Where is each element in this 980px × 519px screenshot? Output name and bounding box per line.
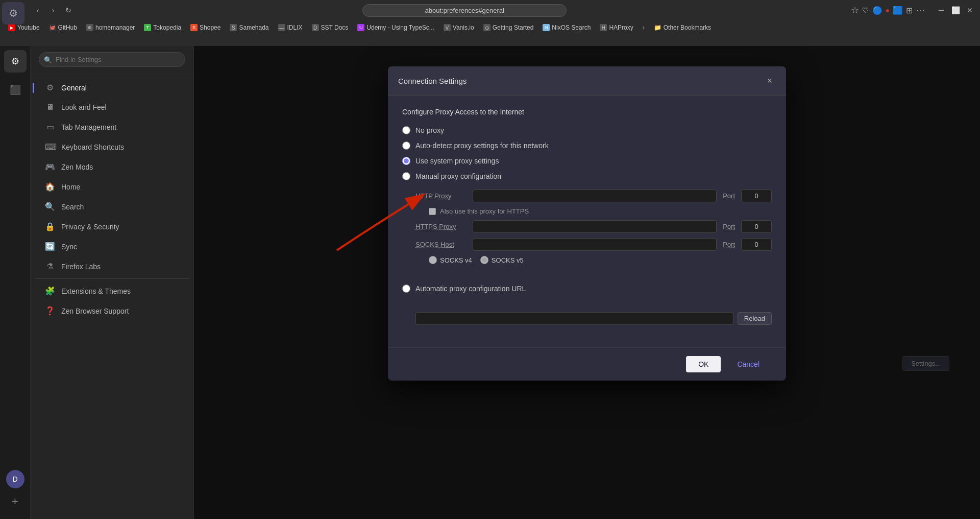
bookmark-udemy[interactable]: U Udemy - Using TypeSc...	[353, 23, 438, 32]
bookmark-more[interactable]: ›	[639, 23, 649, 32]
bookmark-github[interactable]: 🐙 GitHub	[45, 23, 81, 32]
extension-icon-2[interactable]: ●	[886, 6, 890, 14]
bookmark-haproxy[interactable]: H HAProxy	[596, 23, 637, 32]
https-port-input[interactable]	[741, 220, 772, 233]
bookmark-sst[interactable]: D SST Docs	[308, 23, 353, 32]
forward-button[interactable]: ›	[47, 4, 59, 16]
nav-privacy-label: Privacy & Security	[61, 223, 119, 231]
bookmark-tokopedia[interactable]: T Tokopedia	[140, 23, 185, 32]
idlix-favicon: —	[278, 24, 285, 31]
ok-button[interactable]: OK	[686, 356, 721, 372]
radio-auto-proxy[interactable]: Automatic proxy configuration URL	[402, 285, 772, 293]
nav-item-privacy[interactable]: 🔒 Privacy & Security	[35, 217, 189, 237]
socks-port-label: Port	[723, 241, 735, 248]
address-bar-container: about:preferences#general	[81, 4, 849, 17]
https-checkbox-row: Also use this proxy for HTTPS	[429, 207, 772, 215]
bookmark-vanis[interactable]: V Vanis.io	[439, 23, 478, 32]
window-controls: ─ ⬜ ✕	[935, 4, 976, 16]
maximize-button[interactable]: ⬜	[949, 4, 962, 16]
http-proxy-row: HTTP Proxy Port	[415, 190, 772, 202]
bookmark-getting-started[interactable]: ⊙ Getting Started	[479, 23, 538, 32]
bookmark-nixos[interactable]: N NixOS Search	[538, 23, 595, 32]
radio-no-proxy-label: No proxy	[415, 126, 444, 134]
address-bar[interactable]: about:preferences#general	[362, 4, 567, 17]
https-proxy-row: HTTPS Proxy Port	[415, 220, 772, 233]
nav-item-firefox-labs[interactable]: ⚗ Firefox Labs	[35, 256, 189, 276]
bookmark-samehada[interactable]: S Samehada	[226, 23, 273, 32]
radio-no-proxy[interactable]: No proxy	[402, 126, 772, 134]
minimize-button[interactable]: ─	[935, 4, 947, 16]
bookmark-shopee-label: Shopee	[200, 24, 220, 31]
nav-look-feel-label: Look and Feel	[61, 103, 107, 111]
radio-manual-proxy-label: Manual proxy configuration	[415, 172, 501, 180]
bookmark-idlix-label: IDLIX	[287, 24, 303, 31]
bookmark-youtube-label: Youtube	[17, 24, 40, 31]
sidebar-icon-add[interactable]: +	[4, 490, 27, 513]
cancel-button[interactable]: Cancel	[725, 356, 772, 372]
bookmark-github-label: GitHub	[58, 24, 77, 31]
menu-button[interactable]: ⋯	[916, 5, 925, 16]
bookmark-shopee[interactable]: S Shopee	[186, 23, 225, 32]
proxy-radio-group: No proxy Auto-detect proxy settings for …	[402, 126, 772, 325]
radio-auto-proxy-input[interactable]	[402, 285, 410, 293]
nav-item-zen-support[interactable]: ❓ Zen Browser Support	[35, 301, 189, 321]
https-checkbox-input[interactable]	[429, 208, 436, 215]
http-port-input[interactable]	[741, 190, 772, 202]
nav-item-general[interactable]: ⚙ General	[35, 78, 189, 98]
settings-fab-icon[interactable]: ⚙	[2, 2, 24, 25]
bookmark-other[interactable]: 📁 Other Bookmarks	[650, 23, 715, 32]
look-feel-icon: 🖥	[45, 103, 55, 112]
find-in-settings-input[interactable]	[39, 52, 185, 67]
radio-auto-detect[interactable]: Auto-detect proxy settings for this netw…	[402, 141, 772, 150]
nav-item-keyboard[interactable]: ⌨ Keyboard Shortcuts	[35, 137, 189, 157]
sidebar-icon-settings[interactable]: ⚙	[4, 50, 27, 73]
http-proxy-label: HTTP Proxy	[415, 192, 467, 200]
sidebar-icon-layout[interactable]: ⬛	[4, 79, 27, 101]
socks5-label: SOCKS v5	[492, 256, 524, 264]
extension-icon-1[interactable]: 🔵	[872, 6, 883, 15]
bookmark-star-icon[interactable]: ☆	[851, 5, 859, 16]
nav-general-label: General	[61, 84, 87, 92]
https-proxy-input[interactable]	[473, 220, 717, 233]
extensions-icon: 🧩	[45, 286, 55, 296]
sidebar-avatar[interactable]: D	[6, 470, 24, 488]
extension-icon-4[interactable]: ⊞	[906, 6, 913, 15]
socks-port-input[interactable]	[741, 238, 772, 251]
udemy-favicon: U	[357, 24, 364, 31]
bookmark-homemanager[interactable]: ⊕ homemanager	[82, 23, 139, 32]
shield-icon[interactable]: 🛡	[862, 6, 869, 14]
reload-button[interactable]: ↻	[62, 4, 75, 16]
http-proxy-input[interactable]	[473, 190, 717, 202]
socks-host-input[interactable]	[473, 238, 717, 251]
radio-auto-detect-input[interactable]	[402, 141, 410, 150]
nav-item-extensions[interactable]: 🧩 Extensions & Themes	[35, 281, 189, 301]
close-button[interactable]: ✕	[964, 4, 976, 16]
nav-item-sync[interactable]: 🔄 Sync	[35, 237, 189, 256]
socks4-radio[interactable]	[429, 256, 437, 264]
reload-button[interactable]: Reload	[738, 312, 772, 325]
firefox-labs-icon: ⚗	[45, 262, 55, 271]
socks4-label: SOCKS v4	[440, 256, 472, 264]
nav-item-zen-mods[interactable]: 🎮 Zen Mods	[35, 157, 189, 177]
socks4-option[interactable]: SOCKS v4	[429, 256, 472, 264]
nav-item-tab-management[interactable]: ▭ Tab Management	[35, 117, 189, 137]
radio-system-proxy[interactable]: Use system proxy settings	[402, 157, 772, 165]
socks5-option[interactable]: SOCKS v5	[480, 256, 524, 264]
nav-item-home[interactable]: 🏠 Home	[35, 177, 189, 197]
dialog-close-button[interactable]: ×	[764, 75, 776, 87]
radio-manual-proxy-input[interactable]	[402, 172, 410, 180]
socks5-radio[interactable]	[480, 256, 488, 264]
nav-item-search[interactable]: 🔍 Search	[35, 197, 189, 217]
tab-management-icon: ▭	[45, 122, 55, 132]
extension-icon-3[interactable]: 🟦	[893, 6, 903, 15]
bookmark-nixos-label: NixOS Search	[552, 24, 591, 31]
radio-no-proxy-input[interactable]	[402, 126, 410, 134]
bookmark-idlix[interactable]: — IDLIX	[274, 23, 307, 32]
radio-manual-proxy[interactable]: Manual proxy configuration	[402, 172, 772, 180]
radio-system-proxy-input[interactable]	[402, 157, 410, 165]
auto-proxy-url-input[interactable]	[415, 312, 733, 325]
back-button[interactable]: ‹	[32, 4, 44, 16]
tab-bar: ⚙ ‹ › ↻ about:preferences#general ☆ 🛡 🔵 …	[0, 0, 980, 20]
nav-divider	[35, 278, 189, 279]
nav-item-look-feel[interactable]: 🖥 Look and Feel	[35, 98, 189, 117]
